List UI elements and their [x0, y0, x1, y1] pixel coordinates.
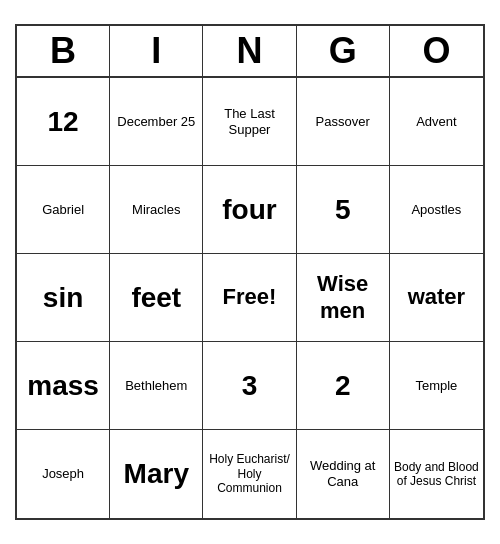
- header-letter: I: [110, 26, 203, 76]
- bingo-cell: Holy Eucharist/ Holy Communion: [203, 430, 296, 518]
- bingo-cell: 5: [297, 166, 390, 254]
- bingo-cell: Bethlehem: [110, 342, 203, 430]
- bingo-cell: water: [390, 254, 483, 342]
- header-letter: B: [17, 26, 110, 76]
- bingo-cell: Body and Blood of Jesus Christ: [390, 430, 483, 518]
- bingo-cell: The Last Supper: [203, 78, 296, 166]
- bingo-cell: Joseph: [17, 430, 110, 518]
- bingo-cell: Miracles: [110, 166, 203, 254]
- bingo-cell: December 25: [110, 78, 203, 166]
- bingo-cell: Free!: [203, 254, 296, 342]
- bingo-cell: Mary: [110, 430, 203, 518]
- bingo-grid: 12December 25The Last SupperPassoverAdve…: [17, 78, 483, 518]
- bingo-cell: Passover: [297, 78, 390, 166]
- header-letter: O: [390, 26, 483, 76]
- bingo-cell: 3: [203, 342, 296, 430]
- bingo-cell: Temple: [390, 342, 483, 430]
- bingo-cell: Wise men: [297, 254, 390, 342]
- bingo-cell: Wedding at Cana: [297, 430, 390, 518]
- header-letter: N: [203, 26, 296, 76]
- header-letter: G: [297, 26, 390, 76]
- bingo-cell: sin: [17, 254, 110, 342]
- bingo-cell: Apostles: [390, 166, 483, 254]
- bingo-cell: four: [203, 166, 296, 254]
- bingo-cell: 2: [297, 342, 390, 430]
- bingo-card: BINGO 12December 25The Last SupperPassov…: [15, 24, 485, 520]
- bingo-cell: 12: [17, 78, 110, 166]
- bingo-cell: Advent: [390, 78, 483, 166]
- bingo-cell: feet: [110, 254, 203, 342]
- bingo-header: BINGO: [17, 26, 483, 78]
- bingo-cell: Gabriel: [17, 166, 110, 254]
- bingo-cell: mass: [17, 342, 110, 430]
